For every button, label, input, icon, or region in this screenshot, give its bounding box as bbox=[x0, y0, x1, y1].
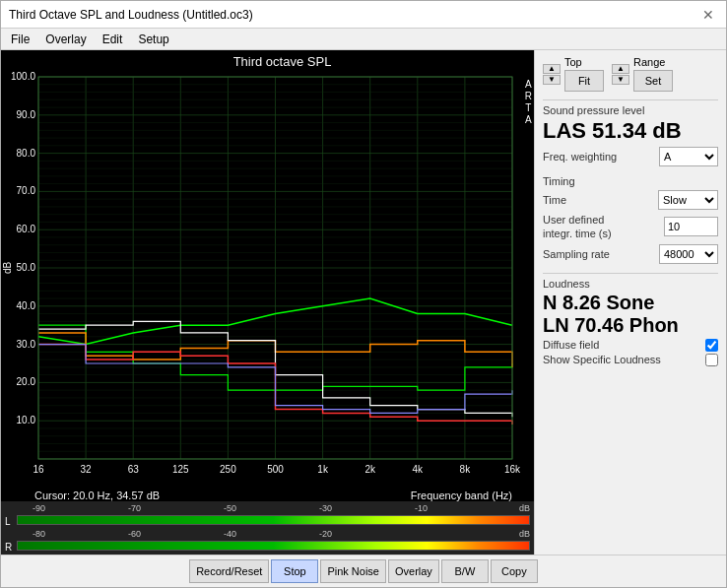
time-row: Time Slow Fast Impulse bbox=[543, 190, 718, 210]
freq-weighting-select[interactable]: A B C bbox=[659, 147, 718, 166]
close-button[interactable]: ✕ bbox=[698, 5, 718, 25]
range-spin: ▲ ▼ bbox=[612, 64, 629, 85]
right-meter-bar bbox=[17, 541, 530, 553]
menu-file[interactable]: File bbox=[5, 32, 35, 47]
time-select[interactable]: Slow Fast Impulse bbox=[658, 190, 718, 210]
stop-button[interactable]: Stop bbox=[271, 559, 318, 583]
timing-section-label: Timing bbox=[543, 175, 718, 187]
left-meter-row: L bbox=[5, 515, 530, 527]
diffuse-field-checkbox[interactable] bbox=[705, 339, 718, 352]
loudness-section-label: Loudness bbox=[543, 278, 718, 290]
right-meter-gradient bbox=[17, 541, 530, 551]
dbfs-tick-90: -90 bbox=[33, 503, 128, 513]
cursor-label: Cursor: 20.0 Hz, 34.57 dB bbox=[34, 490, 160, 501]
record-reset-button[interactable]: Record/Reset bbox=[189, 559, 269, 583]
spl-section-label: Sound pressure level bbox=[543, 104, 718, 116]
dbfs-tick2-60: -60 bbox=[128, 529, 224, 539]
chart-area: Third octave SPL ARTA Cursor: 20.0 Hz, 3… bbox=[1, 50, 534, 555]
right-meter-row: R bbox=[5, 541, 530, 553]
freq-weighting-label: Freq. weighting bbox=[543, 151, 617, 163]
n-value: N 8.26 Sone bbox=[543, 292, 718, 314]
title-bar: Third Octave SPL and Loudness (Untitled.… bbox=[1, 1, 726, 29]
diffuse-field-row: Diffuse field bbox=[543, 339, 718, 352]
range-down-btn[interactable]: ▼ bbox=[612, 75, 629, 85]
chart-title: Third octave SPL bbox=[1, 50, 534, 71]
timing-section: Timing Time Slow Fast Impulse User defin… bbox=[543, 175, 718, 267]
show-specific-checkbox[interactable] bbox=[705, 354, 718, 366]
dbfs-tick-50: -50 bbox=[224, 503, 319, 513]
dbfs-tick2-20: -20 bbox=[319, 529, 415, 539]
menu-edit[interactable]: Edit bbox=[97, 32, 129, 47]
right-panel: ▲ ▼ Top Fit ▲ ▼ Range Set bbox=[534, 50, 726, 555]
left-channel-label: L bbox=[5, 516, 15, 527]
menu-bar: File Overlay Edit Setup bbox=[1, 29, 726, 50]
main-window: Third Octave SPL and Loudness (Untitled.… bbox=[0, 0, 727, 588]
dbfs-area: -90 -70 -50 -30 -10 dB L -80 -60 -40 bbox=[1, 501, 534, 555]
diffuse-field-label: Diffuse field bbox=[543, 339, 599, 351]
dbfs-tick-10: -10 bbox=[415, 503, 510, 513]
top-spin: ▲ ▼ bbox=[543, 64, 561, 85]
copy-button[interactable]: Copy bbox=[491, 559, 538, 583]
loudness-section: Loudness N 8.26 Sone LN 70.46 Phon Diffu… bbox=[543, 273, 718, 368]
arta-label: ARTA bbox=[525, 79, 532, 126]
dbfs-label: dB bbox=[510, 503, 530, 513]
user-integr-label: User defined integr. time (s) bbox=[543, 213, 631, 241]
show-specific-row: Show Specific Loudness bbox=[543, 354, 718, 366]
top-down-btn[interactable]: ▼ bbox=[543, 75, 561, 85]
sampling-rate-select[interactable]: 44100 48000 96000 192000 bbox=[659, 244, 718, 264]
spl-section: Sound pressure level LAS 51.34 dB Freq. … bbox=[543, 99, 718, 169]
ln-value: LN 70.46 Phon bbox=[543, 314, 718, 337]
top-range-controls: ▲ ▼ Top Fit ▲ ▼ Range Set bbox=[543, 56, 718, 92]
user-integr-row: User defined integr. time (s) bbox=[543, 213, 718, 241]
dbfs-tick-70: -70 bbox=[128, 503, 224, 513]
dbfs-tick-30: -30 bbox=[319, 503, 415, 513]
overlay-button[interactable]: Overlay bbox=[388, 559, 439, 583]
top-label: Top bbox=[564, 56, 604, 68]
range-label: Range bbox=[633, 56, 673, 68]
pink-noise-button[interactable]: Pink Noise bbox=[320, 559, 386, 583]
fit-button[interactable]: Fit bbox=[564, 70, 604, 92]
bw-button[interactable]: B/W bbox=[441, 559, 489, 583]
main-content: Third octave SPL ARTA Cursor: 20.0 Hz, 3… bbox=[1, 50, 726, 555]
left-meter-gradient bbox=[17, 515, 530, 525]
time-label: Time bbox=[543, 194, 566, 206]
left-meter-bar bbox=[17, 515, 530, 527]
range-up-btn[interactable]: ▲ bbox=[612, 64, 629, 74]
menu-overlay[interactable]: Overlay bbox=[39, 32, 92, 47]
window-title: Third Octave SPL and Loudness (Untitled.… bbox=[9, 8, 253, 22]
chart-canvas bbox=[1, 71, 534, 489]
freq-band-label: Frequency band (Hz) bbox=[411, 490, 512, 501]
sampling-rate-label: Sampling rate bbox=[543, 248, 610, 260]
set-button[interactable]: Set bbox=[633, 70, 673, 92]
dbfs-tick2-40: -40 bbox=[224, 529, 319, 539]
dbfs-label2: dB bbox=[510, 529, 530, 539]
menu-setup[interactable]: Setup bbox=[132, 32, 174, 47]
spl-value: LAS 51.34 dB bbox=[543, 118, 718, 144]
top-up-btn[interactable]: ▲ bbox=[543, 64, 561, 74]
sampling-rate-row: Sampling rate 44100 48000 96000 192000 bbox=[543, 244, 718, 264]
bottom-buttons-bar: Record/Reset Stop Pink Noise Overlay B/W… bbox=[1, 555, 726, 587]
user-integr-input[interactable] bbox=[664, 217, 718, 236]
show-specific-label: Show Specific Loudness bbox=[543, 354, 661, 365]
freq-weighting-row: Freq. weighting A B C bbox=[543, 147, 718, 166]
right-channel-label: R bbox=[5, 542, 15, 553]
dbfs-tick2-80: -80 bbox=[33, 529, 128, 539]
